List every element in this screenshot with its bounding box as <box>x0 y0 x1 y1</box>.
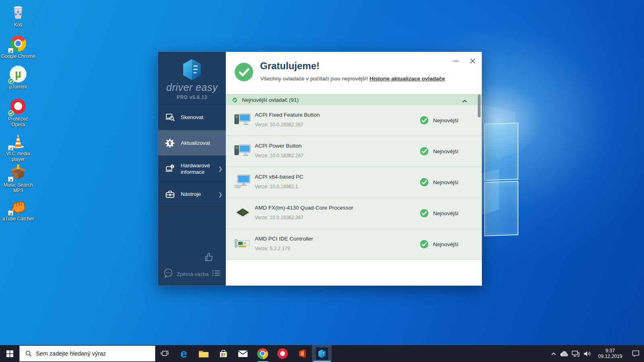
shortcut-arrow-icon <box>8 48 13 53</box>
taskbar-file-explorer-button[interactable] <box>194 345 213 362</box>
sidebar-footer: Zpětná-vazba <box>158 252 226 286</box>
desktop-icon-label: VLC media player <box>1 151 35 162</box>
group-check-icon <box>231 97 238 103</box>
minimize-button[interactable] <box>450 56 461 66</box>
sidebar-item-nastroje[interactable]: Nástroje ❯ <box>158 181 226 207</box>
driver-name: AMD FX(tm)-4130 Quad-Core Processor <box>255 205 353 211</box>
sidebar-item-hardwarove-informace[interactable]: Hardwarové informace ❯ <box>158 156 226 181</box>
pci-card-icon <box>234 236 252 252</box>
driver-status: Nejnovější <box>419 239 458 249</box>
sidebar-item-label: Nástroje <box>181 191 201 197</box>
status-label: Nejnovější <box>433 117 458 123</box>
desktop-icon-google-chrome[interactable]: Google Chrome <box>1 35 35 59</box>
update-gear-icon <box>165 138 175 148</box>
scrollbar-thumb[interactable] <box>478 95 481 117</box>
taskbar-store-button[interactable] <box>213 345 233 362</box>
desktop-icon-atube-catcher[interactable]: aTube Catcher <box>1 197 35 222</box>
shortcut-arrow-icon <box>8 177 13 182</box>
feedback-bubble-icon[interactable] <box>163 268 173 280</box>
opera-icon <box>9 97 27 115</box>
recycle-bin-icon <box>9 3 27 21</box>
desktop-icon-utorrent[interactable]: µ µTorrent <box>1 65 35 90</box>
sidebar-menu: Skenovat <box>158 104 226 207</box>
uptodate-group-banner[interactable]: Nejnovější ovladač (91) <box>226 94 482 105</box>
close-button[interactable] <box>467 56 478 66</box>
sidebar-item-skenovat[interactable]: Skenovat <box>158 104 226 130</box>
status-label: Nejnovější <box>433 179 458 185</box>
driver-version: Verze: 5.2.2.179 <box>255 246 290 251</box>
status-check-icon <box>419 146 429 156</box>
sidebar: driver easy PRO v5.6.13 Skenovat <box>158 52 226 286</box>
list-menu-icon[interactable] <box>211 268 221 280</box>
status-check-icon <box>419 177 429 187</box>
driver-easy-window: driver easy PRO v5.6.13 Skenovat <box>158 51 482 286</box>
atube-catcher-icon <box>9 197 27 215</box>
chrome-icon <box>9 35 27 52</box>
edge-icon: e <box>180 347 187 360</box>
chevron-up-icon[interactable] <box>462 97 467 105</box>
opera-icon <box>277 348 288 359</box>
hardware-info-icon <box>165 164 175 174</box>
taskbar-clock[interactable]: 9:37 09.12.2019 <box>593 348 627 359</box>
action-center-button[interactable] <box>627 345 644 362</box>
taskbar-opera-button[interactable] <box>272 345 292 362</box>
driver-version: Verze: 10.0.18362.267 <box>255 122 303 128</box>
taskbar-chrome-button[interactable] <box>253 345 272 362</box>
task-view-button[interactable] <box>155 345 174 362</box>
action-center-icon <box>632 350 640 357</box>
driver-row[interactable]: AMD FX(tm)-4130 Quad-Core Processor Verz… <box>226 198 482 229</box>
main-panel: Gratulujeme! Všechny ovladače v počítači… <box>226 52 482 286</box>
driver-name: ACPI Fixed Feature Button <box>255 112 320 118</box>
sidebar-item-label: Hardwarové informace <box>181 162 215 175</box>
group-banner-label: Nejnovější ovladač (91) <box>242 97 299 103</box>
taskbar-edge-button[interactable]: e <box>174 345 194 362</box>
cpu-chip-icon <box>234 205 252 221</box>
toolbox-icon <box>165 189 175 200</box>
driver-row[interactable]: ACPI Power Button Verze: 10.0.18362.267 … <box>226 136 482 167</box>
desktop-icon-recycle-bin[interactable]: Koš <box>1 3 35 28</box>
sidebar-item-aktualizovat[interactable]: Aktualizovat <box>158 130 226 156</box>
search-input[interactable]: Sem zadejte hledaný výraz <box>19 346 155 362</box>
uptodate-check-badge <box>8 110 14 116</box>
wallpaper-window-pane <box>484 181 518 237</box>
desktop-icon-music-search-mp3[interactable]: Music Search MP3 <box>1 163 35 193</box>
tray-chevron-up-icon[interactable] <box>548 345 559 362</box>
microsoft-store-icon <box>218 348 229 359</box>
taskbar-mail-button[interactable] <box>233 345 253 362</box>
desktop-pc-icon <box>234 143 252 159</box>
driver-name: ACPI Power Button <box>255 143 301 149</box>
network-icon[interactable] <box>570 345 581 362</box>
desktop-icon-label: Prohlížeč Opera <box>1 116 35 128</box>
desktop-icon-label: aTube Catcher <box>2 216 34 222</box>
music-search-icon <box>9 163 27 181</box>
windows-logo-icon <box>6 350 13 357</box>
feedback-label[interactable]: Zpětná-vazba <box>177 271 211 277</box>
taskbar-office-button[interactable] <box>292 345 312 362</box>
driver-name: AMD PCI IDE Controller <box>255 236 313 242</box>
driver-row[interactable]: ACPI x64-based PC Verze: 10.0.18362.1 Ne… <box>226 167 482 198</box>
driver-name: ACPI x64-based PC <box>255 174 303 180</box>
clock-time: 9:37 <box>593 348 627 354</box>
desktop-icon-opera[interactable]: Prohlížeč Opera <box>1 97 35 128</box>
volume-icon[interactable] <box>581 345 593 362</box>
driver-status: Nejnovější <box>419 208 458 218</box>
thumbs-up-icon[interactable] <box>203 252 214 264</box>
status-label: Nejnovější <box>433 148 458 154</box>
driver-status: Nejnovější <box>419 115 458 125</box>
update-history-link[interactable]: Historie aktualizace ovladače <box>369 76 445 82</box>
desktop-icon-label: Koš <box>14 22 23 28</box>
driver-row[interactable]: ACPI Fixed Feature Button Verze: 10.0.18… <box>226 105 482 136</box>
shortcut-arrow-icon <box>8 145 13 150</box>
driver-list: ACPI Fixed Feature Button Verze: 10.0.18… <box>226 105 482 260</box>
status-label: Nejnovější <box>433 241 458 247</box>
chevron-right-icon: ❯ <box>218 166 223 172</box>
driver-version: Verze: 10.0.18362.267 <box>255 153 303 158</box>
driver-row[interactable]: AMD PCI IDE Controller Verze: 5.2.2.179 … <box>226 229 482 260</box>
shortcut-arrow-icon <box>8 210 13 216</box>
taskbar-driver-easy-button[interactable] <box>312 345 332 362</box>
status-check-icon <box>419 239 429 249</box>
desktop-icon-vlc[interactable]: VLC media player <box>1 132 35 162</box>
start-button[interactable] <box>0 345 19 362</box>
onedrive-cloud-icon[interactable] <box>559 345 570 362</box>
result-subtitle: Všechny ovladače v počítači jsou nejnově… <box>260 76 369 82</box>
